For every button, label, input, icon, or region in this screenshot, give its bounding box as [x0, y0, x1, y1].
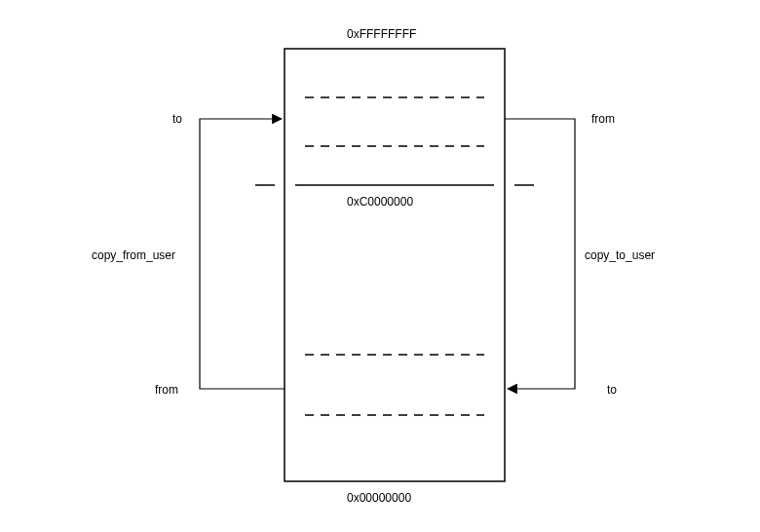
- label-bottom-address: 0x00000000: [347, 491, 411, 505]
- label-right-from: from: [591, 112, 615, 126]
- label-split-address: 0xC0000000: [347, 195, 413, 209]
- arrow-copy-from-user: [200, 119, 285, 389]
- arrow-copy-to-user: [505, 119, 575, 389]
- diagram-canvas: 0xFFFFFFFF 0xC0000000 0x00000000 to copy…: [0, 0, 760, 532]
- label-top-address: 0xFFFFFFFF: [347, 27, 416, 41]
- memory-box: [285, 49, 505, 481]
- diagram-svg: [0, 0, 760, 532]
- label-left-from: from: [155, 383, 178, 397]
- label-right-to: to: [607, 383, 617, 397]
- label-left-to: to: [172, 112, 182, 126]
- label-right-func: copy_to_user: [585, 248, 655, 262]
- label-left-func: copy_from_user: [92, 248, 175, 262]
